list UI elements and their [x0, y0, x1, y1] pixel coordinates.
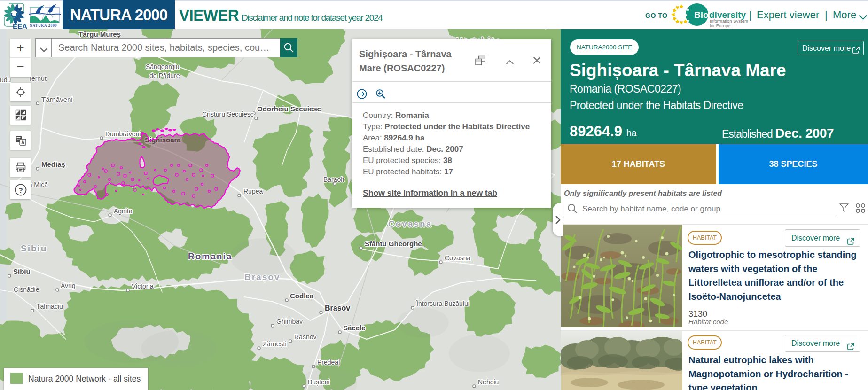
svg-text:Cisnădie: Cisnădie	[14, 286, 39, 293]
svg-text:for Europe: for Europe	[710, 23, 730, 28]
svg-text:Bușteni: Bușteni	[308, 378, 330, 386]
svg-text:Nehoiu: Nehoiu	[478, 378, 499, 386]
svg-text:Codlea: Codlea	[290, 292, 314, 300]
svg-text:Covasna: Covasna	[388, 219, 432, 229]
svg-text:Romania: Romania	[188, 251, 232, 261]
svg-text:NATURA 2000: NATURA 2000	[30, 23, 57, 27]
svg-text:Iernut: Iernut	[30, 75, 47, 82]
svg-text:Victoria: Victoria	[132, 282, 154, 290]
svg-text:Cristuru Secuiesc: Cristuru Secuiesc	[202, 110, 254, 118]
svg-text:Baraolt: Baraolt	[323, 176, 344, 183]
svg-text:Predeal: Predeal	[317, 359, 340, 366]
svg-text:EEA: EEA	[13, 22, 27, 29]
svg-text:A: A	[21, 140, 24, 145]
svg-text:Covasna: Covasna	[445, 254, 470, 262]
svg-text:Sibiu: Sibiu	[21, 243, 47, 253]
svg-text:Târnăveni: Târnăveni	[41, 95, 73, 103]
svg-text:Bio: Bio	[694, 10, 709, 20]
svg-text:Târgu Mureș: Târgu Mureș	[78, 30, 121, 38]
svg-text:Sfântu Gheorghe: Sfântu Gheorghe	[365, 240, 422, 248]
svg-text:Mediaș: Mediaș	[41, 160, 65, 168]
svg-text:Întorsura Buzăului: Întorsura Buzăului	[416, 300, 469, 307]
svg-text:Odorheiu Secuiesc: Odorheiu Secuiesc	[257, 105, 321, 113]
svg-text:Brașov: Brașov	[244, 272, 280, 282]
svg-text:Ghimbav: Ghimbav	[276, 318, 303, 325]
svg-text:Rupea: Rupea	[243, 187, 263, 195]
svg-text:Săcele: Săcele	[343, 324, 366, 332]
svg-text:Tălmaciu: Tălmaciu	[36, 303, 63, 310]
svg-text:Avrig: Avrig	[61, 282, 76, 289]
svg-text:Brasov: Brasov	[325, 304, 350, 312]
svg-text:Dumbrăveni: Dumbrăveni	[105, 130, 141, 138]
svg-text:Rasnov: Rasnov	[294, 333, 316, 341]
svg-text:Zărnești: Zărnești	[263, 340, 287, 348]
svg-text:Agnita: Agnita	[114, 207, 133, 215]
svg-text:?: ?	[18, 186, 23, 194]
svg-text:Sibiu: Sibiu	[13, 267, 31, 275]
svg-text:de Pădure: de Pădure	[149, 72, 180, 79]
svg-text:Sângeorgiu: Sângeorgiu	[146, 63, 180, 70]
svg-text:udu: udu	[0, 76, 11, 84]
